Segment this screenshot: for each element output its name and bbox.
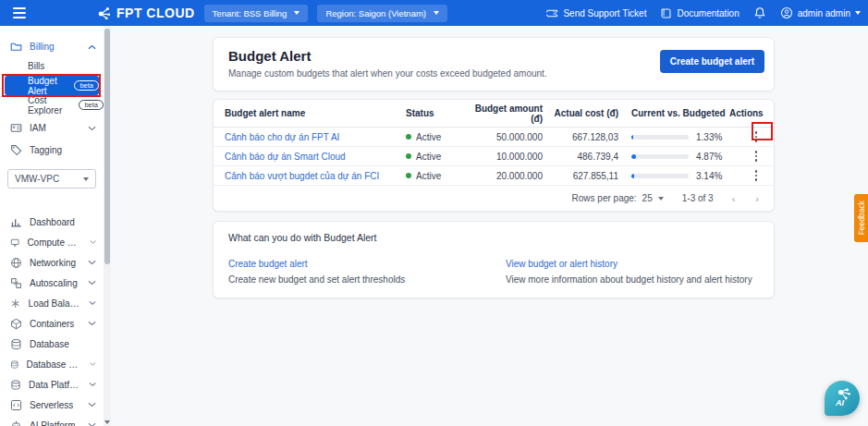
budget-alert-name-link[interactable]: Cảnh báo dự án Smart Cloud bbox=[225, 152, 346, 162]
scrollbar-thumb[interactable] bbox=[104, 29, 110, 264]
column-header-budget: Budget amount (đ) bbox=[461, 103, 543, 124]
pagination-range-label: 1-3 of 3 bbox=[682, 193, 714, 203]
globe-icon bbox=[10, 257, 22, 269]
dashboard-chart-icon bbox=[10, 216, 22, 228]
table-row: Cảnh báo cho dự án FPT AI Active 50.000.… bbox=[214, 128, 774, 147]
documentation-label: Documentation bbox=[677, 8, 739, 18]
ai-chat-widget-button[interactable]: AI bbox=[825, 381, 860, 416]
table-row: Cảnh báo dự án Smart Cloud Active 10.000… bbox=[214, 147, 774, 166]
monitor-icon bbox=[10, 237, 19, 249]
database-icon bbox=[10, 359, 19, 371]
sidebar-item-database-platform[interactable]: Database Platform bbox=[0, 354, 104, 374]
table-pagination: Rows per page: 25 1-3 of 3 ‹ › bbox=[214, 186, 774, 211]
sidebar-item-label: Budget Alert bbox=[28, 76, 69, 96]
caret-down-icon bbox=[658, 197, 664, 201]
rows-per-page-select[interactable]: Rows per page: 25 bbox=[572, 193, 664, 203]
notifications-bell-icon[interactable] bbox=[753, 6, 766, 19]
ai-chat-icon: AI bbox=[832, 388, 852, 408]
database-icon bbox=[10, 338, 22, 350]
chevron-down-icon bbox=[90, 361, 96, 367]
row-actions-kebab-icon[interactable] bbox=[750, 147, 764, 165]
view-history-link[interactable]: View budget or alert history bbox=[506, 259, 617, 269]
sidebar-item-data-platform[interactable]: Data Platform bbox=[0, 374, 104, 395]
sidebar-item-database[interactable]: Database bbox=[0, 334, 104, 354]
status-badge: Active bbox=[416, 152, 441, 162]
caret-down-icon bbox=[434, 11, 439, 15]
budget-progress-bar bbox=[631, 135, 689, 140]
user-name-label: admin admin bbox=[798, 8, 850, 18]
budget-alert-name-link[interactable]: Cảnh báo cho dự án FPT AI bbox=[225, 132, 339, 142]
sidebar-item-label: Tagging bbox=[30, 145, 62, 155]
info-card-title: What can you do with Budget Alert bbox=[228, 232, 759, 243]
folder-icon bbox=[10, 41, 22, 53]
sidebar-item-label: Database Platform bbox=[27, 359, 83, 370]
sidebar-item-label: Database bbox=[30, 339, 69, 349]
row-actions-kebab-icon[interactable] bbox=[750, 128, 764, 146]
main-content: Budget Alert Manage custom budgets that … bbox=[111, 26, 868, 426]
chevron-down-icon bbox=[88, 321, 96, 326]
budget-alert-name-link[interactable]: Cảnh báo vượt bugdet của dự án FCI bbox=[225, 171, 379, 181]
sidebar-item-load-balancer[interactable]: Load Balancer bbox=[0, 293, 104, 313]
table-row: Cảnh báo vượt bugdet của dự án FCI Activ… bbox=[214, 166, 774, 186]
chevron-down-icon bbox=[88, 402, 96, 408]
sidebar-item-label: Serverless bbox=[30, 400, 73, 410]
fpt-cloud-logo: FPT CLOUD bbox=[96, 6, 195, 21]
region-label: Region: Saigon (Vietnam) bbox=[325, 8, 426, 18]
book-icon bbox=[660, 7, 672, 19]
sidebar-item-label: Bills bbox=[28, 61, 44, 71]
create-budget-alert-link[interactable]: Create budget alert bbox=[228, 259, 308, 269]
sidebar-item-tagging[interactable]: Tagging bbox=[0, 140, 104, 160]
sidebar-scrollbar[interactable] bbox=[104, 26, 111, 426]
pagination-prev-button[interactable]: ‹ bbox=[732, 193, 736, 204]
scrollbar-down-arrow[interactable] bbox=[104, 420, 110, 424]
pagination-next-button[interactable]: › bbox=[755, 193, 759, 204]
sidebar-item-cost-explorer[interactable]: Cost Explorer beta bbox=[0, 95, 104, 115]
sidebar-item-label: Networking bbox=[30, 258, 76, 268]
id-card-icon bbox=[10, 122, 22, 134]
sidebar-item-label: Containers bbox=[30, 319, 74, 329]
vpc-select[interactable]: VMW-VPC bbox=[7, 169, 96, 189]
documentation-button[interactable]: Documentation bbox=[660, 7, 739, 19]
top-navbar: FPT CLOUD Tenant: BSS Billing Region: Sa… bbox=[0, 0, 868, 26]
tenant-selector[interactable]: Tenant: BSS Billing bbox=[204, 5, 309, 22]
sidebar-item-label: Compute Engine bbox=[27, 237, 81, 248]
feedback-tab[interactable]: Feedback bbox=[854, 194, 868, 242]
tenant-label: Tenant: BSS Billing bbox=[213, 8, 287, 18]
menu-hamburger-icon[interactable] bbox=[7, 4, 31, 22]
status-dot-icon bbox=[406, 173, 411, 178]
sidebar-item-networking[interactable]: Networking bbox=[0, 252, 104, 273]
create-budget-alert-button[interactable]: Create budget alert bbox=[660, 50, 764, 73]
sidebar-item-billing[interactable]: Billing bbox=[0, 37, 104, 56]
tag-icon bbox=[10, 144, 22, 156]
sidebar-item-containers[interactable]: Containers bbox=[0, 313, 104, 334]
region-selector[interactable]: Region: Saigon (Vietnam) bbox=[317, 5, 447, 22]
sidebar-item-label: AI Platform bbox=[30, 420, 75, 426]
chevron-down-icon bbox=[88, 422, 96, 426]
send-support-ticket-label: Send Support Ticket bbox=[563, 8, 646, 18]
budget-percent-value: 3.14% bbox=[696, 171, 722, 181]
view-history-desc: View more information about budget histo… bbox=[506, 274, 752, 285]
sidebar-item-budget-alert[interactable]: Budget Alert beta bbox=[5, 76, 99, 95]
load-balancer-icon bbox=[10, 298, 21, 310]
sidebar-item-bills[interactable]: Bills bbox=[0, 56, 104, 76]
sidebar-item-dashboard[interactable]: Dashboard bbox=[0, 212, 104, 232]
beta-badge: beta bbox=[74, 80, 99, 91]
column-header-actual: Actual cost (đ) bbox=[543, 108, 618, 118]
chevron-down-icon bbox=[88, 280, 96, 286]
budget-alert-table-card: Budget alert name Status Budget amount (… bbox=[213, 99, 775, 212]
sidebar-item-compute-engine[interactable]: Compute Engine bbox=[0, 232, 104, 252]
actual-cost-value: 627.855,11 bbox=[543, 171, 618, 181]
rows-per-page-label: Rows per page: bbox=[572, 193, 637, 203]
svg-text:AI: AI bbox=[835, 398, 844, 408]
sidebar-item-autoscaling[interactable]: Autoscaling bbox=[0, 273, 104, 293]
sidebar-item-serverless[interactable]: Serverless bbox=[0, 395, 104, 415]
sidebar-item-label: Billing bbox=[30, 42, 55, 52]
user-menu[interactable]: admin admin bbox=[780, 6, 861, 19]
send-support-ticket-button[interactable]: Send Support Ticket bbox=[546, 7, 646, 19]
feedback-label: Feedback bbox=[857, 201, 866, 235]
sidebar-item-iam[interactable]: IAM bbox=[0, 118, 104, 138]
row-actions-kebab-icon[interactable] bbox=[750, 166, 764, 185]
sidebar-item-label: Load Balancer bbox=[29, 298, 81, 309]
sidebar-item-ai-platform[interactable]: AI Platform bbox=[0, 415, 104, 426]
status-dot-icon bbox=[406, 134, 411, 140]
